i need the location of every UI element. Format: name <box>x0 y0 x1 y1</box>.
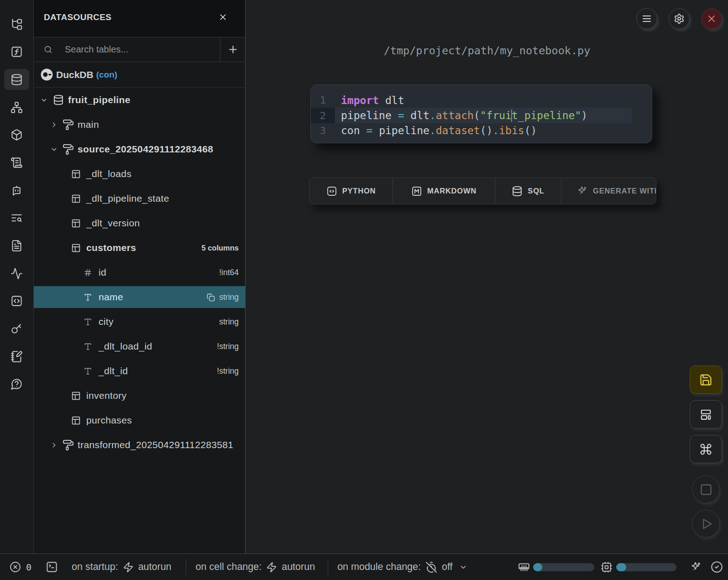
text-type-icon <box>84 367 92 376</box>
layout-panels-icon <box>699 408 712 421</box>
terminal-icon <box>46 561 58 573</box>
tree-label: purchases <box>86 415 132 426</box>
add-markdown-cell-button[interactable]: MARKDOWN <box>393 178 495 204</box>
column-type-label: string <box>219 317 245 327</box>
notebook-filepath[interactable]: /tmp/project/path/my_notebook.py <box>246 44 728 57</box>
chevron-right-icon[interactable] <box>50 121 58 129</box>
menu-button[interactable] <box>636 8 657 29</box>
button-label: MARKDOWN <box>427 187 477 195</box>
table-icon <box>71 391 81 401</box>
divider <box>186 559 186 575</box>
tree-row-schema[interactable]: main <box>34 112 245 137</box>
line-number: 3 <box>311 125 335 136</box>
table-icon <box>71 416 81 425</box>
on-cell-change-label: on cell change: <box>196 561 262 573</box>
search-input[interactable] <box>65 44 193 55</box>
status-bar: 0 on startup: autorun on cell change: au… <box>0 554 728 580</box>
cpu-meter <box>616 563 676 571</box>
add-sql-cell-button[interactable]: SQL <box>495 178 561 204</box>
tree-row-table[interactable]: _dlt_version <box>34 211 245 235</box>
code-token: pipeline <box>341 110 392 121</box>
top-actions <box>636 8 722 29</box>
tree-row-table[interactable]: inventory <box>34 383 245 408</box>
chevron-down-icon[interactable] <box>50 146 58 153</box>
line-number: 2 <box>311 108 335 123</box>
on-cell-change-setting[interactable]: on cell change: autorun <box>196 561 315 573</box>
tree-row-schema[interactable]: transformed_202504291112283581 <box>34 433 245 457</box>
code-line-content: con = pipeline.dataset().ibis() <box>335 123 632 138</box>
rail-datasources-button[interactable] <box>4 69 29 90</box>
rail-outline-button[interactable] <box>4 263 29 284</box>
tree-row-column[interactable]: id !int64 <box>34 260 245 285</box>
sparkles-icon <box>577 186 588 197</box>
schema-icon <box>63 439 74 451</box>
tree-row-table[interactable]: _dlt_pipeline_state <box>34 186 245 211</box>
text-type-icon <box>84 293 92 302</box>
on-startup-setting[interactable]: on startup: autorun <box>72 561 172 573</box>
tree-row-column[interactable]: _dlt_load_id !string <box>34 334 245 359</box>
datasources-panel: DATASOURCES DuckDB (con) <box>34 0 246 554</box>
rail-ai-chat-button[interactable] <box>4 180 29 201</box>
tree-label: id <box>99 267 106 278</box>
chevron-right-icon[interactable] <box>50 441 58 449</box>
tree-row-table[interactable]: _dlt_loads <box>34 162 245 186</box>
text-type-icon <box>84 342 92 351</box>
tree-label: name <box>99 292 123 303</box>
tree-row-column[interactable]: _dlt_id !string <box>34 359 245 383</box>
stop-button[interactable] <box>692 475 720 503</box>
code-token <box>392 110 398 121</box>
close-panel-icon[interactable] <box>217 11 229 23</box>
layout-button[interactable] <box>690 400 722 428</box>
shutdown-button[interactable] <box>701 8 722 29</box>
rail-help-button[interactable] <box>4 374 29 395</box>
on-module-change-setting[interactable]: on module change: off <box>337 561 467 573</box>
rail-file-explorer-button[interactable] <box>4 14 29 35</box>
tree-label: _dlt_pipeline_state <box>86 193 169 204</box>
terminal-button[interactable] <box>46 561 58 573</box>
function-square-icon <box>10 46 23 58</box>
tree-row-table[interactable]: purchases <box>34 408 245 433</box>
chevron-down-icon[interactable] <box>40 96 48 104</box>
line-number: 1 <box>311 94 335 106</box>
tree-row-column-selected[interactable]: name string <box>34 285 245 309</box>
error-counter[interactable]: 0 <box>10 561 31 573</box>
on-startup-label: on startup: <box>72 561 118 573</box>
connection-status-icon[interactable] <box>711 561 723 573</box>
rail-packages-button[interactable] <box>4 125 29 146</box>
sparkles-icon[interactable] <box>690 561 702 573</box>
code-cell[interactable]: 1 import dlt 2 pipeline = dlt.attach("fr… <box>310 84 652 143</box>
tree-row-column[interactable]: city string <box>34 309 245 334</box>
duckdb-logo <box>41 68 53 81</box>
engine-name: DuckDB <box>56 69 94 80</box>
keyboard-shortcuts-button[interactable] <box>690 435 722 463</box>
tree-row-table[interactable]: customers 5 columns <box>34 235 245 260</box>
tree-row-database[interactable]: fruit_pipeline <box>34 88 245 112</box>
rail-logs-button[interactable] <box>4 152 29 173</box>
add-python-cell-button[interactable]: PYTHON <box>309 178 393 204</box>
rail-snippets-button[interactable] <box>4 291 29 312</box>
divider <box>328 559 328 575</box>
datasources-header: DATASOURCES <box>34 0 245 37</box>
left-icon-rail <box>0 0 34 554</box>
tree-row-schema[interactable]: source_202504291112283468 <box>34 137 245 162</box>
rail-scratchpad-button[interactable] <box>4 346 29 367</box>
column-count-label: 5 columns <box>201 244 245 252</box>
copy-icon[interactable] <box>206 293 215 302</box>
code-square-icon <box>326 186 337 197</box>
code-line-active: 2 pipeline = dlt.attach("fruit_pipeline"… <box>311 108 652 123</box>
rail-variables-button[interactable] <box>4 42 29 63</box>
save-button[interactable] <box>690 366 722 394</box>
on-module-change-value: off <box>442 561 453 573</box>
add-datasource-button[interactable] <box>220 37 245 62</box>
run-button[interactable] <box>692 510 720 538</box>
code-token: = <box>398 110 404 121</box>
code-token: . <box>429 125 436 136</box>
code-token: dlt <box>410 110 429 121</box>
rail-dependencies-button[interactable] <box>4 97 29 118</box>
generate-with-ai-button[interactable]: GENERATE WITH AI <box>561 178 656 204</box>
rail-documentation-button[interactable] <box>4 235 29 256</box>
rail-secrets-button[interactable] <box>4 319 29 340</box>
settings-button[interactable] <box>669 8 690 29</box>
engine-row[interactable]: DuckDB (con) <box>34 62 245 88</box>
rail-tracebacks-button[interactable] <box>4 208 29 229</box>
